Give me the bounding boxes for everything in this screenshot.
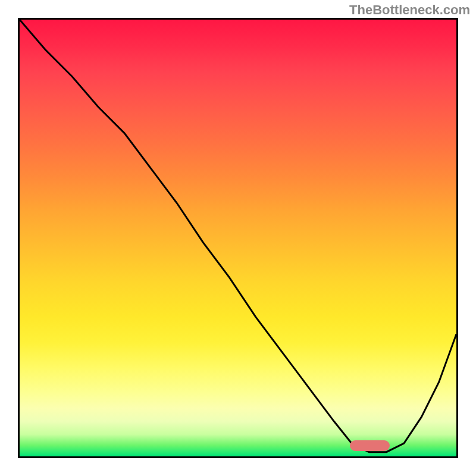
plot-area xyxy=(18,18,458,458)
bottleneck-curve xyxy=(20,20,456,452)
curve-svg xyxy=(20,20,456,456)
optimal-range-marker xyxy=(350,440,390,452)
watermark-text: TheBottleneck.com xyxy=(349,2,470,18)
chart-stage: TheBottleneck.com xyxy=(0,0,476,476)
